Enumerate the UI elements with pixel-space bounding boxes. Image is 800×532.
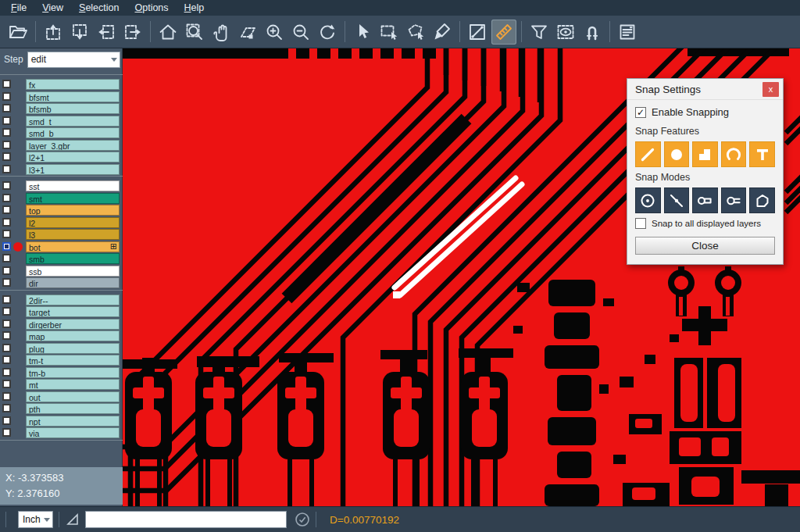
layer-checkbox[interactable] xyxy=(2,80,11,88)
layer-name[interactable]: l3+1 xyxy=(26,164,120,175)
menu-options[interactable]: Options xyxy=(127,1,176,15)
layer-checkbox[interactable] xyxy=(2,104,11,112)
paint-icon[interactable] xyxy=(430,20,455,45)
layer-row-plug[interactable]: plug xyxy=(0,343,123,354)
step-select[interactable]: edit xyxy=(27,52,120,68)
layer-checkbox[interactable] xyxy=(2,266,11,275)
layer-row-pth[interactable]: pth xyxy=(0,403,123,414)
layer-name[interactable]: smd_b xyxy=(26,127,120,138)
layer-row-mt[interactable]: mt xyxy=(0,379,123,390)
layer-row-smb[interactable]: smb xyxy=(0,253,123,264)
layer-name[interactable]: dir xyxy=(26,277,120,288)
shift-right-icon[interactable] xyxy=(120,20,145,45)
measure-icon[interactable] xyxy=(465,20,490,45)
menu-selection[interactable]: Selection xyxy=(71,1,127,15)
snap-mode-contour-icon[interactable] xyxy=(721,187,747,213)
menu-view[interactable]: View xyxy=(34,1,71,15)
layer-row-smd_b[interactable]: smd_b xyxy=(0,127,123,138)
layer-name[interactable]: dirgerber xyxy=(26,319,120,330)
layer-row-l3+1[interactable]: l3+1 xyxy=(0,164,123,175)
layer-name[interactable]: ssb xyxy=(26,266,120,277)
select-pointer-icon[interactable] xyxy=(350,20,375,45)
home-icon[interactable] xyxy=(155,20,180,45)
layer-checkbox[interactable] xyxy=(2,92,11,101)
shift-up-icon[interactable] xyxy=(41,20,66,45)
folder-open-icon[interactable] xyxy=(5,20,30,45)
snap-mode-center-icon[interactable] xyxy=(635,187,661,213)
layer-checkbox[interactable] xyxy=(2,254,11,262)
checkbox-unchecked[interactable] xyxy=(635,218,646,229)
layer-row-bot[interactable]: bot⊞ xyxy=(0,241,123,252)
layer-name[interactable]: smt xyxy=(26,193,120,204)
snap-mode-vertex-icon[interactable] xyxy=(749,187,775,213)
layer-checkbox[interactable] xyxy=(2,320,11,328)
snap-feature-arc-icon[interactable] xyxy=(721,141,747,167)
layer-checkbox[interactable] xyxy=(2,416,11,425)
ruler-icon[interactable] xyxy=(491,20,516,45)
layer-name[interactable]: mt xyxy=(26,379,120,390)
layer-checkbox[interactable] xyxy=(2,116,11,125)
enable-snapping-checkbox[interactable]: ✓ Enable Snapping xyxy=(635,106,775,118)
layer-row-l2+1[interactable]: l2+1 xyxy=(0,152,123,162)
layer-row-tm-t[interactable]: tm-t xyxy=(0,355,123,366)
layer-row-bfsmb[interactable]: bfsmb xyxy=(0,103,123,114)
layer-name[interactable]: l3 xyxy=(26,229,120,240)
layer-row-l2[interactable]: l2 xyxy=(0,217,123,228)
layer-row-sst[interactable]: sst xyxy=(0,180,123,191)
layer-checkbox[interactable] xyxy=(2,152,11,161)
layer-checkbox-selected[interactable] xyxy=(2,242,11,251)
layer-name[interactable]: bot⊞ xyxy=(26,241,120,252)
layer-checkbox[interactable] xyxy=(2,165,11,173)
layer-name[interactable]: pth xyxy=(26,403,120,414)
layer-name[interactable]: l2 xyxy=(26,217,120,228)
checkbox-checked[interactable]: ✓ xyxy=(635,107,646,118)
snap-all-layers-checkbox[interactable]: Snap to all displayed layers xyxy=(635,218,775,229)
snap-mode-midpoint-icon[interactable] xyxy=(664,187,690,213)
apply-check-icon[interactable] xyxy=(295,512,310,527)
layer-checkbox[interactable] xyxy=(2,181,11,190)
zoom-in-icon[interactable] xyxy=(262,20,287,45)
menu-help[interactable]: Help xyxy=(177,1,212,15)
layer-name[interactable]: bfsmt xyxy=(26,91,120,102)
layer-checkbox[interactable] xyxy=(2,194,11,202)
snap-icon[interactable] xyxy=(580,20,605,45)
layer-checkbox[interactable] xyxy=(2,368,11,377)
layer-name[interactable]: sst xyxy=(26,180,120,191)
layer-row-out[interactable]: out xyxy=(0,391,123,402)
layer-name[interactable]: target xyxy=(26,306,120,317)
layer-name[interactable]: 2dir-- xyxy=(26,295,120,305)
select-poly-icon[interactable] xyxy=(403,20,428,45)
layer-row-map[interactable]: map xyxy=(0,330,123,341)
close-button[interactable]: Close xyxy=(635,237,775,255)
shift-down-icon[interactable] xyxy=(67,20,92,45)
layer-row-top[interactable]: top xyxy=(0,205,123,216)
snap-feature-text-icon[interactable] xyxy=(749,141,775,167)
shift-left-icon[interactable] xyxy=(94,20,119,45)
visibility-icon[interactable] xyxy=(553,20,578,45)
layer-checkbox[interactable] xyxy=(2,218,11,227)
layer-name[interactable]: npt xyxy=(26,416,120,427)
snap-mode-pad-entry-icon[interactable] xyxy=(692,187,718,213)
command-input[interactable] xyxy=(85,511,287,528)
layer-row-tm-b[interactable]: tm-b xyxy=(0,367,123,378)
transform-icon[interactable] xyxy=(235,20,260,45)
layer-checkbox[interactable] xyxy=(2,392,11,401)
layer-name[interactable]: l2+1 xyxy=(26,152,120,162)
layer-row-layer_3.gbr[interactable]: layer_3.gbr xyxy=(0,140,123,151)
layer-checkbox[interactable] xyxy=(2,278,11,287)
layer-name[interactable]: fx xyxy=(26,79,120,90)
snap-feature-line-icon[interactable] xyxy=(635,141,661,167)
menu-file[interactable]: File xyxy=(3,1,34,15)
dialog-titlebar[interactable]: Snap Settings x xyxy=(627,79,783,100)
close-icon[interactable]: x xyxy=(762,82,779,97)
layer-checkbox[interactable] xyxy=(2,128,11,137)
zoom-window-icon[interactable] xyxy=(182,20,207,45)
layer-row-npt[interactable]: npt xyxy=(0,416,123,427)
layer-row-l3[interactable]: l3 xyxy=(0,229,123,240)
layer-checkbox[interactable] xyxy=(2,428,11,437)
layer-checkbox[interactable] xyxy=(2,355,11,364)
layer-row-fx[interactable]: fx xyxy=(0,79,123,90)
layer-name[interactable]: layer_3.gbr xyxy=(26,140,120,151)
layer-checkbox[interactable] xyxy=(2,295,11,304)
zoom-out-icon[interactable] xyxy=(288,20,313,45)
